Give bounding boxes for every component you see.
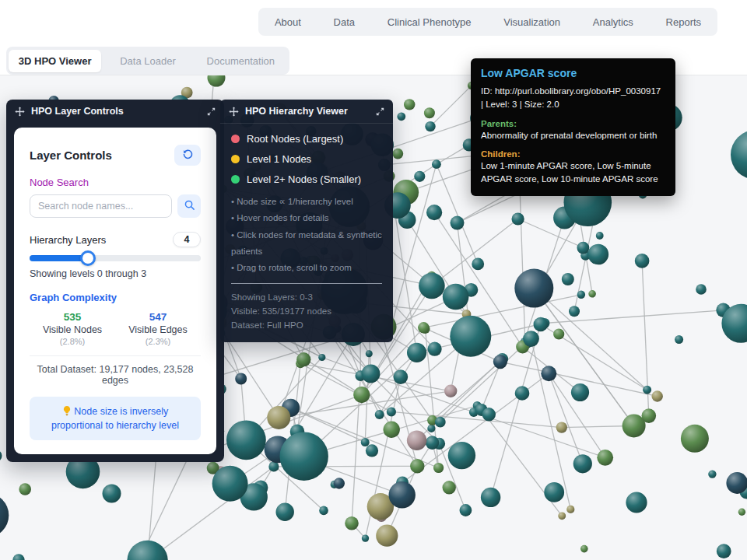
hierarchy-viewer-body: Root Nodes (Largest)Level 1 NodesLevel 2…	[220, 124, 393, 342]
tooltip-parents-text: Abnormality of prenatal development or b…	[481, 129, 665, 142]
visible-edges-value: 547	[115, 311, 201, 323]
slider-fill	[30, 255, 88, 261]
legend-label: Level 2+ Nodes (Smaller)	[247, 173, 361, 185]
legend-label: Root Nodes (Largest)	[247, 133, 343, 145]
showing-levels-caption: Showing levels 0 through 3	[30, 268, 201, 279]
tooltip-parents-label: Parents:	[481, 119, 665, 128]
visible-nodes-stat: 535 Visible Nodes (2.8%)	[30, 311, 115, 346]
hierarchy-layers-label: Hierarchy Layers	[30, 234, 106, 246]
nav-item-clinical-phenotype[interactable]: Clinical Phenotype	[380, 13, 479, 31]
legend-item-level-2-nodes-smaller: Level 2+ Nodes (Smaller)	[231, 173, 382, 185]
divider	[231, 283, 382, 284]
hierarchy-layers-value: 4	[173, 232, 201, 247]
legend-item-root-nodes-largest: Root Nodes (Largest)	[231, 133, 382, 145]
reset-icon	[182, 149, 194, 163]
visible-edges-stat: 547 Visible Edges (2.3%)	[115, 311, 201, 346]
lightbulb-icon	[62, 406, 74, 417]
legend-dot	[231, 135, 240, 143]
legend-item-level-1-nodes: Level 1 Nodes	[231, 153, 382, 165]
slider-thumb[interactable]	[80, 250, 96, 266]
visible-nodes-label: Visible Nodes	[30, 324, 115, 335]
instruction-line: • Click nodes for metadata & synthetic p…	[231, 227, 382, 261]
reset-button[interactable]	[174, 145, 201, 166]
status-line: Visible: 535/19177 nodes	[231, 305, 382, 319]
tab-3d-hpo-viewer[interactable]: 3D HPO Viewer	[9, 50, 101, 72]
node-search-label: Node Search	[30, 177, 201, 188]
view-tab-bar: 3D HPO ViewerData LoaderDocumentation	[6, 47, 289, 75]
nav-item-data[interactable]: Data	[326, 13, 363, 31]
legend-label: Level 1 Nodes	[247, 153, 311, 165]
hierarchy-viewer-header[interactable]: HPO Hierarchy Viewer	[220, 100, 393, 124]
nav-item-reports[interactable]: Reports	[658, 13, 710, 31]
search-icon	[184, 199, 195, 213]
status-line: Showing Layers: 0-3	[231, 291, 382, 305]
tab-data-loader[interactable]: Data Loader	[101, 50, 194, 72]
layer-controls-header[interactable]: HPO Layer Controls	[6, 100, 224, 123]
instruction-line: • Drag to rotate, scroll to zoom	[231, 260, 382, 276]
hierarchy-viewer-panel: HPO Hierarchy Viewer Root Nodes (Largest…	[220, 100, 393, 342]
visible-nodes-value: 535	[30, 311, 115, 323]
graph-complexity-label: Graph Complexity	[30, 292, 201, 303]
layer-controls-card: Layer Controls Node Search Hierarchy Lay…	[14, 128, 216, 454]
nav-item-analytics[interactable]: Analytics	[585, 13, 641, 31]
total-dataset-line: Total Dataset: 19,177 nodes, 23,528 edge…	[30, 364, 201, 386]
tip-box: Node size is inversely proportional to h…	[30, 397, 201, 440]
instruction-line: • Hover nodes for details	[231, 210, 382, 226]
tab-documentation[interactable]: Documentation	[195, 50, 287, 72]
hierarchy-viewer-title: HPO Hierarchy Viewer	[245, 106, 348, 117]
move-icon[interactable]	[228, 106, 239, 117]
visible-edges-label: Visible Edges	[115, 324, 201, 335]
top-nav: AboutDataClinical PhenotypeVisualization…	[258, 8, 717, 36]
visible-edges-pct: (2.3%)	[115, 337, 201, 346]
nav-item-about[interactable]: About	[267, 13, 309, 31]
complexity-stats: 535 Visible Nodes (2.8%) 547 Visible Edg…	[30, 311, 201, 346]
layer-controls-panel: HPO Layer Controls Layer Controls Node S…	[6, 100, 224, 462]
status-line: Dataset: Full HPO	[231, 319, 382, 333]
instruction-line: • Node size ∝ 1/hierarchy level	[231, 194, 382, 210]
node-tooltip: Low APGAR score ID: http://purl.obolibra…	[471, 58, 675, 196]
legend-dot	[231, 155, 240, 163]
tooltip-children-label: Children:	[481, 149, 665, 159]
visible-nodes-pct: (2.8%)	[30, 337, 115, 346]
tooltip-id-line: ID: http://purl.obolibrary.org/obo/HP_00…	[481, 85, 665, 112]
viewer-status: Showing Layers: 0-3Visible: 535/19177 no…	[231, 291, 382, 332]
node-search-input[interactable]	[30, 194, 172, 218]
legend: Root Nodes (Largest)Level 1 NodesLevel 2…	[231, 133, 382, 185]
divider	[30, 355, 201, 356]
collapse-icon[interactable]	[374, 106, 385, 117]
hierarchy-layers-slider[interactable]	[30, 255, 201, 261]
collapse-icon[interactable]	[205, 106, 216, 117]
tooltip-children-text: Low 1-minute APGAR score, Low 5-minute A…	[481, 159, 665, 187]
legend-dot	[231, 175, 240, 184]
card-heading: Layer Controls	[30, 149, 112, 162]
search-button[interactable]	[177, 194, 201, 218]
tooltip-title: Low APGAR score	[481, 67, 665, 79]
instructions-list: • Node size ∝ 1/hierarchy level• Hover n…	[231, 194, 382, 276]
layer-controls-title: HPO Layer Controls	[31, 106, 124, 117]
nav-item-visualization[interactable]: Visualization	[496, 13, 568, 31]
move-icon[interactable]	[14, 106, 25, 117]
